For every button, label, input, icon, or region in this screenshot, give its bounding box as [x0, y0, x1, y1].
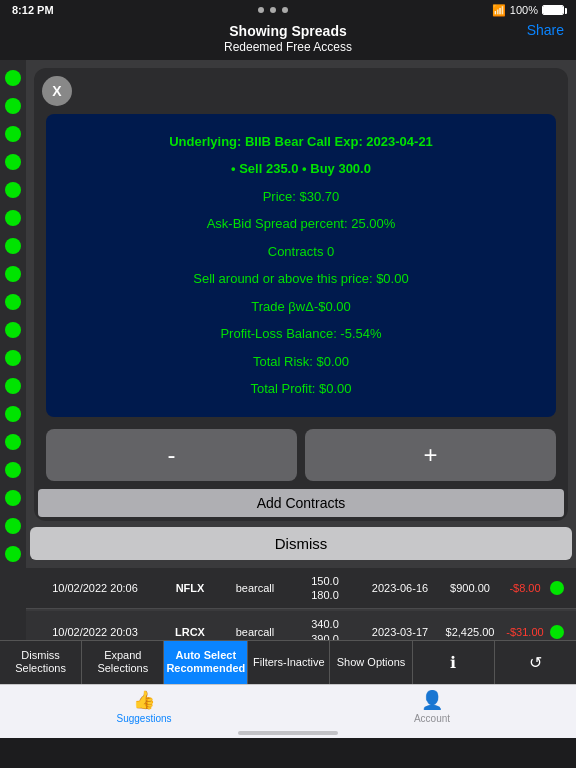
cell-strikes: 150.0180.0 [290, 572, 360, 605]
dot-5 [5, 182, 21, 198]
dot-13 [5, 406, 21, 422]
dot-6 [5, 210, 21, 226]
info-toolbar-icon[interactable]: ℹ [413, 641, 495, 684]
dot-4 [5, 154, 21, 170]
info-icon: ℹ [450, 653, 456, 672]
suggestions-icon: 👍 [133, 689, 155, 711]
close-button[interactable]: X [42, 76, 72, 106]
filters-inactive-button[interactable]: Filters-Inactive [248, 641, 330, 684]
dot-11 [5, 350, 21, 366]
header-title: Showing Spreads [60, 22, 516, 40]
add-contracts-bar[interactable]: Add Contracts [38, 489, 564, 517]
spread-info-box: Underlying: BIIB Bear Call Exp: 2023-04-… [46, 114, 556, 417]
spread-line-2: • Sell 235.0 • Buy 300.0 [231, 159, 371, 179]
cell-strikes: 340.0390.0 [290, 615, 360, 639]
home-bar [238, 731, 338, 735]
share-button[interactable]: Share [527, 22, 564, 38]
spread-line-4: Ask-Bid Spread percent: 25.00% [207, 214, 396, 234]
dot-3 [5, 126, 21, 142]
battery-text: 100% [510, 4, 538, 16]
cell-ticker: LRCX [160, 624, 220, 640]
status-time: 8:12 PM [12, 4, 54, 16]
cell-expiry: 2023-06-16 [360, 580, 440, 596]
cell-risk: $900.00 [440, 580, 500, 596]
spread-line-3: Price: $30.70 [263, 187, 340, 207]
header: Showing Spreads Redeemed Free Access Sha… [0, 20, 576, 60]
status-right: 📶 100% [492, 4, 564, 17]
header-subtitle: Redeemed Free Access [60, 40, 516, 56]
cell-expiry: 2023-03-17 [360, 624, 440, 640]
content-area: ← ℹ X Underlying: BIIB Bear Call Exp: 20… [26, 60, 576, 640]
status-dots [258, 7, 288, 13]
cell-profit: -$31.00 [500, 624, 550, 640]
spread-line-6: Sell around or above this price: $0.00 [193, 269, 408, 289]
tab-bar: 👍 Suggestions 👤 Account [0, 684, 576, 728]
dot-9 [5, 294, 21, 310]
tab-suggestions[interactable]: 👍 Suggestions [0, 685, 288, 728]
cell-date: 10/02/2022 20:06 [30, 580, 160, 596]
auto-select-button[interactable]: Auto Select Recommended [164, 641, 248, 684]
dot-14 [5, 434, 21, 450]
dot-17 [5, 518, 21, 534]
plus-button[interactable]: + [305, 429, 556, 481]
row-dot [550, 581, 564, 595]
battery-icon [542, 5, 564, 15]
spread-line-1: Underlying: BIIB Bear Call Exp: 2023-04-… [169, 132, 433, 152]
account-icon: 👤 [421, 689, 443, 711]
spread-line-9: Total Risk: $0.00 [253, 352, 349, 372]
row-dot [550, 625, 564, 639]
dismiss-selections-button[interactable]: Dismiss Selections [0, 641, 82, 684]
spread-line-8: Profit-Loss Balance: -5.54% [220, 324, 381, 344]
spread-line-7: Trade βwΔ-$0.00 [251, 297, 351, 317]
dismiss-bar[interactable]: Dismiss [30, 527, 572, 560]
contract-buttons: - + [46, 429, 556, 481]
home-indicator [0, 728, 576, 738]
dot-16 [5, 490, 21, 506]
expand-selections-button[interactable]: Expand Selections [82, 641, 164, 684]
main-area: ← ℹ X Underlying: BIIB Bear Call Exp: 20… [0, 60, 576, 640]
wifi-icon: 📶 [492, 4, 506, 17]
dot-18 [5, 546, 21, 562]
tab-account-label: Account [414, 713, 450, 724]
dot-7 [5, 238, 21, 254]
dot-15 [5, 462, 21, 478]
status-bar: 8:12 PM 📶 100% [0, 0, 576, 20]
refresh-toolbar-button[interactable]: ↺ [495, 641, 576, 684]
tab-suggestions-label: Suggestions [116, 713, 171, 724]
table-row[interactable]: 10/02/2022 20:03 LRCX bearcall 340.0390.… [26, 611, 576, 639]
side-dots [0, 60, 26, 640]
cell-ticker: NFLX [160, 580, 220, 596]
cell-profit: -$8.00 [500, 580, 550, 596]
cell-risk: $2,425.00 [440, 624, 500, 640]
refresh-icon: ↺ [529, 653, 542, 672]
modal-card: X Underlying: BIIB Bear Call Exp: 2023-0… [34, 68, 568, 521]
spread-line-5: Contracts 0 [268, 242, 334, 262]
bottom-toolbar: Dismiss Selections Expand Selections Aut… [0, 640, 576, 684]
dot-1 [5, 70, 21, 86]
dot-10 [5, 322, 21, 338]
dot-12 [5, 378, 21, 394]
cell-type: bearcall [220, 580, 290, 596]
spread-line-10: Total Profit: $0.00 [250, 379, 351, 399]
minus-button[interactable]: - [46, 429, 297, 481]
show-options-button[interactable]: Show Options [330, 641, 412, 684]
dot-2 [5, 98, 21, 114]
table-area: 10/02/2022 20:06 NFLX bearcall 150.0180.… [26, 568, 576, 640]
tab-account[interactable]: 👤 Account [288, 685, 576, 728]
table-row[interactable]: 10/02/2022 20:06 NFLX bearcall 150.0180.… [26, 568, 576, 610]
cell-type: bearcall [220, 624, 290, 640]
dot-8 [5, 266, 21, 282]
cell-date: 10/02/2022 20:03 [30, 624, 160, 640]
